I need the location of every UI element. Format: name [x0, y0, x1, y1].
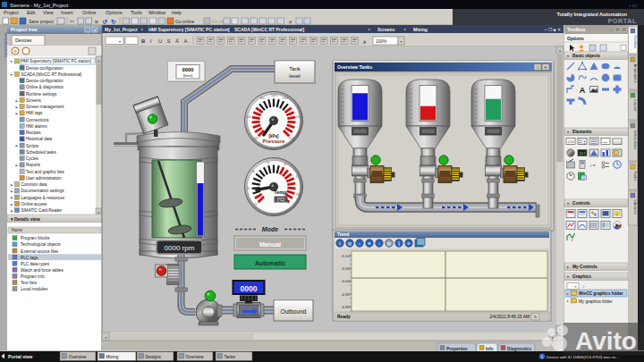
svg-text:Scripts: Scripts [26, 144, 39, 148]
svg-text:[limit]: [limit] [183, 73, 192, 78]
svg-text:Scheduled tasks: Scheduled tasks [26, 150, 56, 155]
svg-text:10.1: 10.1 [580, 152, 586, 156]
svg-text:PLC data types: PLC data types [21, 262, 50, 266]
svg-text:↕: ↕ [378, 241, 380, 246]
svg-text:Technological objects: Technological objects [21, 242, 61, 247]
svg-text:Avito: Avito [575, 327, 637, 355]
svg-text:Options: Options [106, 10, 123, 15]
svg-text:B: B [141, 38, 146, 44]
svg-text:-5.10: -5.10 [341, 254, 351, 258]
svg-text:700: 700 [247, 115, 251, 119]
svg-text:Watch and force tables: Watch and force tables [21, 268, 64, 273]
svg-text:Local modules: Local modules [21, 287, 48, 291]
svg-text:Overview: Overview [186, 355, 205, 359]
svg-text:▸: ▸ [567, 299, 569, 303]
svg-text:50: 50 [267, 161, 270, 164]
svg-text:PORTAL: PORTAL [607, 17, 637, 25]
svg-text:Pressure: Pressure [263, 139, 286, 144]
svg-text:▸: ▸ [567, 265, 569, 269]
svg-text:[°C]: [°C] [277, 198, 284, 202]
svg-text:▾: ▾ [567, 274, 569, 279]
svg-text:Manual: Manual [259, 241, 281, 248]
svg-text:Options: Options [567, 36, 584, 41]
svg-text:Mixing: Mixing [106, 355, 119, 359]
svg-text:Siemens - My_1st_Project: Siemens - My_1st_Project [10, 3, 69, 8]
svg-text:[kPa]: [kPa] [268, 134, 279, 139]
svg-text:▥: ▥ [387, 241, 391, 246]
svg-text:✕: ✕ [544, 65, 547, 70]
svg-text:0000: 0000 [240, 284, 257, 293]
svg-text:-4.95: -4.95 [341, 292, 351, 297]
svg-text:Á: Á [175, 38, 179, 44]
svg-text:Reports: Reports [26, 163, 41, 167]
svg-text:Text lists: Text lists [21, 281, 38, 285]
svg-text:1500: 1500 [289, 137, 295, 140]
svg-text:Designs: Designs [146, 355, 162, 359]
svg-text:▲: ▲ [97, 59, 100, 63]
svg-text:Online access: Online access [21, 202, 48, 206]
svg-text:60: 60 [284, 163, 287, 166]
svg-text:▾: ▾ [567, 54, 569, 58]
svg-text:70: 70 [295, 175, 299, 179]
svg-text:Animations: Animations [633, 64, 638, 83]
svg-text:Insert: Insert [61, 10, 73, 15]
svg-text:20: 20 [254, 203, 258, 206]
svg-text:40: 40 [251, 170, 255, 173]
svg-text:▤: ▤ [348, 241, 352, 246]
svg-text:Layout: Layout [633, 100, 638, 113]
svg-text:U: U [158, 38, 162, 44]
svg-text:0000 rpm: 0000 rpm [165, 244, 195, 252]
svg-text:▾: ▾ [119, 39, 121, 44]
svg-text:SCADA [WinCC RT Professional]: SCADA [WinCC RT Professional] [234, 27, 304, 32]
svg-text:Text and graphic lists: Text and graphic lists [26, 170, 65, 174]
svg-text:Screen management: Screen management [26, 105, 64, 109]
svg-text:Device configuration: Device configuration [26, 66, 64, 71]
svg-text:◄: ◄ [104, 336, 107, 340]
svg-text:Automatic: Automatic [255, 260, 285, 266]
svg-text:1100: 1100 [283, 97, 289, 100]
svg-text:View: View [43, 10, 54, 15]
svg-text:⌕: ⌕ [362, 38, 367, 45]
svg-text:Project tree: Project tree [11, 27, 38, 32]
svg-text:Overview Tanks: Overview Tanks [337, 64, 372, 70]
svg-text:▸: ▸ [567, 292, 569, 296]
svg-text:✕: ✕ [288, 20, 292, 25]
svg-text:HMI tags: HMI tags [26, 111, 43, 115]
svg-text:▲: ▲ [558, 49, 562, 53]
svg-text:Temp.: Temp. [274, 189, 288, 195]
svg-text:✥: ✥ [368, 241, 371, 246]
svg-text:My Controls: My Controls [572, 265, 597, 269]
svg-text:Online & diagnostics: Online & diagnostics [26, 85, 64, 89]
svg-text:□: □ [537, 65, 539, 70]
svg-text:▾ Details view: ▾ Details view [10, 216, 40, 222]
svg-text:Instructions: Instructions [633, 130, 638, 150]
svg-text:▾: ▾ [11, 59, 13, 63]
svg-text:✓=: ✓= [589, 164, 596, 168]
svg-text:Tank: Tank [289, 66, 301, 72]
svg-text:Documentation settings: Documentation settings [21, 189, 65, 193]
svg-text:Libraries: Libraries [633, 200, 638, 215]
svg-text:▾: ▾ [11, 72, 13, 77]
svg-text:Controls: Controls [572, 201, 590, 206]
svg-text:Edit: Edit [27, 10, 36, 15]
svg-text:My_1st_Project: My_1st_Project [105, 27, 138, 32]
svg-text:Properties: Properties [446, 347, 468, 351]
svg-text:✕: ✕ [94, 19, 98, 25]
svg-text:Go online: Go online [175, 19, 195, 24]
svg-text:2/4/2011 8:45:15 AM: 2/4/2011 8:45:15 AM [489, 315, 530, 319]
svg-text:Device with ID 11866(113-3752): Device with ID 11866(113-3752) was se... [547, 355, 619, 359]
svg-text:Info: Info [486, 347, 494, 351]
svg-text:Historical data: Historical data [26, 137, 53, 141]
svg-text:⚙: ⚙ [13, 49, 17, 54]
svg-text:⟳: ⟳ [407, 241, 411, 246]
svg-text:Window: Window [148, 10, 165, 15]
svg-text:500: 500 [253, 137, 258, 140]
svg-text:0.10: 0.10 [568, 140, 574, 144]
svg-text:↻: ↻ [111, 19, 116, 25]
svg-text:↺: ↺ [102, 19, 107, 25]
svg-text:Program info: Program info [21, 274, 45, 279]
svg-text:SIMATIC Card Reader: SIMATIC Card Reader [21, 208, 63, 213]
svg-text:A: A [184, 38, 188, 44]
svg-text:0000: 0000 [182, 67, 194, 72]
svg-text:Basic objects: Basic objects [572, 54, 600, 58]
